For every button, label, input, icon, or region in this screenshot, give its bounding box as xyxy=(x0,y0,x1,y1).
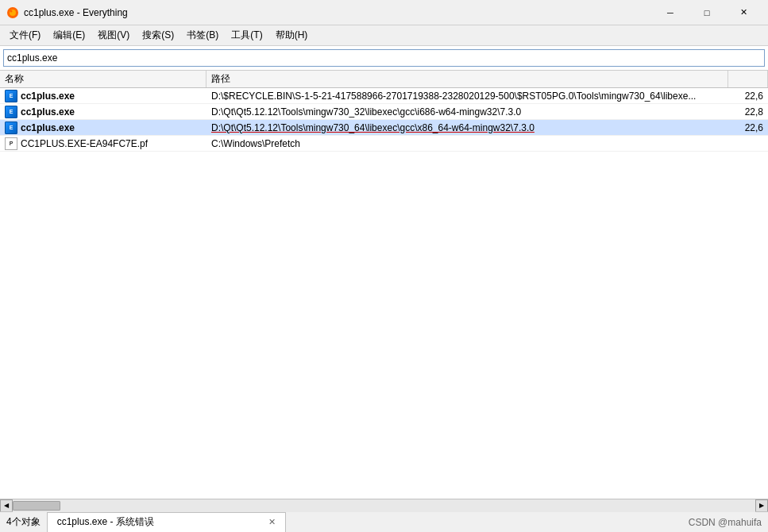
status-right: CSDN @mahuifa xyxy=(682,517,768,528)
table-row[interactable]: E cc1plus.exe D:\Qt\Qt5.12.12\Tools\ming… xyxy=(0,104,768,120)
row-path: D:\Qt\Qt5.12.12\Tools\mingw730_64\libexe… xyxy=(206,122,728,133)
menu-item[interactable]: 搜索(S) xyxy=(136,27,180,44)
row-path: D:\$RECYCLE.BIN\S-1-5-21-417588966-27017… xyxy=(206,91,728,102)
horizontal-scrollbar: ◀ ▶ xyxy=(0,499,768,511)
exe-icon: E xyxy=(5,90,17,102)
scroll-track[interactable] xyxy=(13,499,755,512)
row-name: E cc1plus.exe xyxy=(0,106,206,118)
tab-close-button[interactable]: ✕ xyxy=(268,517,276,527)
title-bar: cc1plus.exe - Everything ─ □ ✕ xyxy=(0,0,768,25)
status-bar: 4个对象 cc1plus.exe - 系统错误 ✕ CSDN @mahuifa xyxy=(0,511,768,532)
maximize-button[interactable]: □ xyxy=(689,0,725,25)
window-controls: ─ □ ✕ xyxy=(652,0,762,25)
menu-item[interactable]: 书签(B) xyxy=(180,27,225,44)
menu-item[interactable]: 视图(V) xyxy=(91,27,136,44)
search-bar xyxy=(0,46,768,71)
minimize-button[interactable]: ─ xyxy=(652,0,689,25)
status-count: 4个对象 xyxy=(0,512,48,532)
results-area: 名称 路径 E cc1plus.exe D:\$RECYCLE.BIN\S-1-… xyxy=(0,71,768,499)
menu-item[interactable]: 文件(F) xyxy=(3,27,47,44)
row-size: 22,6 xyxy=(728,91,768,102)
col-header-name[interactable]: 名称 xyxy=(0,71,206,87)
app-icon xyxy=(6,6,19,19)
scroll-left-button[interactable]: ◀ xyxy=(0,499,13,512)
search-input[interactable] xyxy=(3,49,765,67)
col-header-path[interactable]: 路径 xyxy=(206,71,728,87)
table-row[interactable]: E cc1plus.exe D:\Qt\Qt5.12.12\Tools\ming… xyxy=(0,120,768,136)
menu-bar: 文件(F)编辑(E)视图(V)搜索(S)书签(B)工具(T)帮助(H) xyxy=(0,25,768,46)
svg-point-2 xyxy=(10,10,13,12)
row-name: E cc1plus.exe xyxy=(0,90,206,102)
tab-label: cc1plus.exe - 系统错误 xyxy=(57,515,154,529)
column-headers: 名称 路径 xyxy=(0,71,768,88)
row-size: 22,8 xyxy=(728,106,768,118)
exe-icon: E xyxy=(5,106,17,118)
scroll-thumb[interactable] xyxy=(13,501,60,511)
close-button[interactable]: ✕ xyxy=(725,0,762,25)
row-path: D:\Qt\Qt5.12.12\Tools\mingw730_32\libexe… xyxy=(206,106,728,118)
row-name: E cc1plus.exe xyxy=(0,121,206,134)
status-tab[interactable]: cc1plus.exe - 系统错误 ✕ xyxy=(48,512,286,532)
menu-item[interactable]: 帮助(H) xyxy=(269,27,315,44)
row-path: C:\Windows\Prefetch xyxy=(206,138,728,149)
row-size: 22,6 xyxy=(728,122,768,133)
scroll-right-button[interactable]: ▶ xyxy=(755,499,768,512)
menu-item[interactable]: 工具(T) xyxy=(225,27,268,44)
col-header-size[interactable] xyxy=(728,71,768,87)
table-row[interactable]: E cc1plus.exe D:\$RECYCLE.BIN\S-1-5-21-4… xyxy=(0,88,768,104)
menu-item[interactable]: 编辑(E) xyxy=(47,27,91,44)
results-list: E cc1plus.exe D:\$RECYCLE.BIN\S-1-5-21-4… xyxy=(0,88,768,499)
table-row[interactable]: P CC1PLUS.EXE-EA94FC7E.pf C:\Windows\Pre… xyxy=(0,136,768,152)
window-title: cc1plus.exe - Everything xyxy=(24,7,652,18)
pf-icon: P xyxy=(5,137,17,150)
row-name: P CC1PLUS.EXE-EA94FC7E.pf xyxy=(0,137,206,150)
exe-icon: E xyxy=(5,121,17,134)
